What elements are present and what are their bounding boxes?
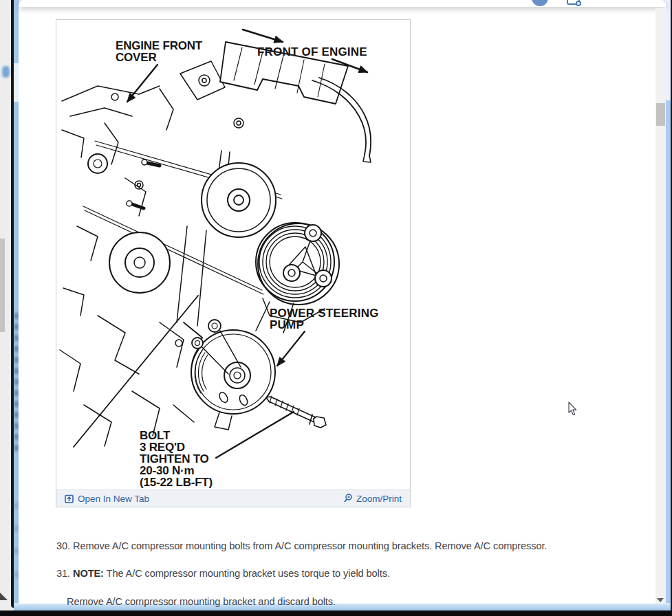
open-in-new-tab-icon bbox=[65, 494, 74, 503]
background-page-edge bbox=[0, 0, 11, 610]
scrollbar-down-arrow[interactable] bbox=[657, 598, 664, 602]
zoom-print-link[interactable]: Zoom/Print bbox=[343, 494, 402, 504]
engine-diagram: ENGINE FRONT COVER FRONT OF ENGINE POWER… bbox=[56, 20, 410, 489]
document-panel: ENGINE FRONT COVER FRONT OF ENGINE POWER… bbox=[19, 0, 666, 604]
long-leader-line bbox=[74, 296, 198, 447]
label-front-of-engine: FRONT OF ENGINE bbox=[257, 45, 367, 58]
label-bolt-note-5: (15-22 LB-FT) bbox=[140, 476, 213, 489]
note-label: NOTE: bbox=[73, 568, 104, 579]
open-in-new-tab-link[interactable]: Open In New Tab bbox=[65, 494, 149, 504]
toolbar bbox=[19, 0, 666, 7]
page-scrollbar-thumb[interactable] bbox=[0, 239, 5, 332]
scrollbar-track[interactable] bbox=[655, 8, 666, 604]
zoom-plus-icon bbox=[343, 494, 353, 503]
zoom-print-label: Zoom/Print bbox=[356, 494, 402, 504]
background-link-fragment bbox=[2, 66, 10, 78]
power-steering-pump bbox=[191, 320, 275, 430]
scrollbar-thumb[interactable] bbox=[656, 103, 665, 126]
label-power-steering-2: PUMP bbox=[270, 318, 304, 331]
tensioner-pulley bbox=[88, 154, 170, 293]
taskbar-edge bbox=[0, 610, 672, 616]
step-31-continuation: Remove A/C compressor mounting bracket a… bbox=[67, 595, 672, 608]
label-engine-front-cover-2: COVER bbox=[116, 51, 156, 64]
figure-footer-bar: Open In New Tab Zoom/Print bbox=[56, 490, 410, 507]
figure-panel: ENGINE FRONT COVER FRONT OF ENGINE POWER… bbox=[56, 19, 411, 507]
step-30: 30. Remove A/C compressor mounting bolts… bbox=[56, 540, 662, 552]
idler-pulley bbox=[202, 163, 276, 237]
open-in-new-tab-label: Open In New Tab bbox=[78, 494, 149, 504]
print-icon[interactable] bbox=[567, 0, 580, 5]
screen: ENGINE FRONT COVER FRONT OF ENGINE POWER… bbox=[0, 0, 672, 616]
avatar-icon[interactable] bbox=[532, 0, 548, 6]
valve-cover bbox=[220, 42, 371, 162]
mouse-cursor bbox=[568, 402, 578, 416]
step-31: 31. NOTE: The A/C compressor mounting br… bbox=[56, 567, 662, 580]
scroll-corner-arrow-icon[interactable] bbox=[0, 593, 8, 600]
